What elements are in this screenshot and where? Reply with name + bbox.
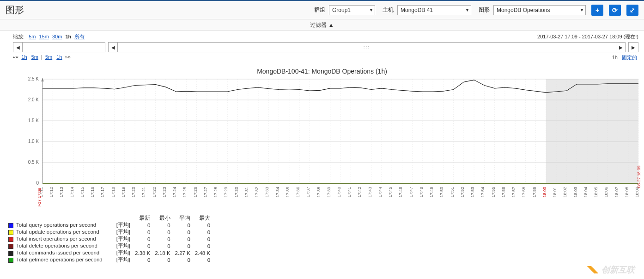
svg-text:17:24: 17:24 [172, 187, 177, 198]
svg-text:17:41: 17:41 [347, 187, 352, 198]
svg-text:18:02: 18:02 [563, 187, 567, 198]
svg-text:17:38: 17:38 [316, 187, 321, 198]
svg-text:17:56: 17:56 [501, 187, 506, 198]
chart-title: MongoDB-100-41: MongoDB Operations (1h) [1, 68, 643, 75]
svg-text:17:27: 17:27 [203, 187, 208, 198]
svg-text:17:20: 17:20 [131, 187, 136, 198]
svg-text:17:59: 17:59 [532, 187, 537, 198]
mini-prev-icon[interactable]: ◀ [13, 43, 23, 52]
svg-text:17:51: 17:51 [450, 187, 455, 198]
svg-text:17:49: 17:49 [429, 187, 434, 198]
svg-text:17:32: 17:32 [255, 187, 259, 198]
svg-text:18:05: 18:05 [594, 187, 598, 198]
legend-table: 最新最小平均最大Total query operations per secon… [8, 215, 215, 263]
host-select[interactable]: MongoDB 41 [397, 5, 471, 15]
svg-text:17:55: 17:55 [491, 187, 496, 198]
svg-text:18:07: 18:07 [614, 187, 619, 198]
svg-text:18:03: 18:03 [573, 187, 578, 198]
svg-text:17:40: 17:40 [337, 187, 341, 198]
svg-text:03-27 17:09: 03-27 17:09 [37, 188, 42, 206]
zoom-所有[interactable]: 所有 [74, 34, 85, 39]
svg-text:17:33: 17:33 [265, 187, 269, 198]
legend-row: Total insert operations per second[平均]00… [8, 236, 215, 242]
svg-text:17:54: 17:54 [480, 187, 485, 198]
svg-text:03-27 18:09: 03-27 18:09 [637, 166, 641, 188]
svg-text:0.5 K: 0.5 K [28, 160, 39, 165]
svg-text:17:53: 17:53 [470, 187, 475, 198]
scroll-next-icon[interactable]: ▶ [616, 43, 625, 52]
zoom-30m[interactable]: 30m [52, 34, 62, 39]
svg-text:17:21: 17:21 [141, 187, 146, 198]
svg-text:17:30: 17:30 [234, 187, 239, 198]
svg-text:18:04: 18:04 [583, 187, 588, 198]
svg-text:17:50: 17:50 [439, 187, 444, 198]
svg-text:1.0 K: 1.0 K [28, 139, 39, 144]
svg-text:17:16: 17:16 [90, 187, 95, 198]
svg-text:17:17: 17:17 [100, 187, 105, 198]
zoom-15m[interactable]: 15m [39, 34, 49, 39]
refresh-button[interactable]: ⟳ [609, 5, 621, 16]
legend-row: Total update operations per second[平均]00… [8, 229, 215, 236]
graph-select[interactable]: MongoDB Operations [493, 5, 586, 15]
svg-text:0: 0 [36, 180, 39, 186]
legend-row: Total delete operations per second[平均]00… [8, 242, 215, 249]
period-fixed: 1h 固定的 [612, 54, 638, 61]
svg-marker-73 [41, 78, 44, 81]
svg-text:17:25: 17:25 [182, 187, 187, 198]
svg-text:17:14: 17:14 [70, 187, 74, 198]
zoom-1h[interactable]: 1h [65, 34, 71, 39]
period-quicklinks: «« 1h 5m | 5m 1h »» [13, 54, 71, 61]
legend-row: Total query operations per second[平均]000… [8, 222, 215, 229]
svg-text:17:18: 17:18 [111, 187, 115, 198]
zoom-links: 缩放: 5m 15m 30m 1h 所有 [13, 33, 85, 40]
svg-text:18:00: 18:00 [542, 187, 547, 198]
svg-text:17:29: 17:29 [224, 187, 228, 198]
timeline-mini[interactable]: ◀ [13, 42, 105, 52]
graph-label: 图形 [479, 6, 490, 14]
svg-text:17:26: 17:26 [193, 187, 198, 198]
page-title: 图形 [6, 4, 24, 16]
svg-text:17:47: 17:47 [409, 187, 413, 198]
zoom-5m[interactable]: 5m [29, 34, 36, 39]
svg-text:2.0 K: 2.0 K [28, 97, 39, 102]
svg-text:17:52: 17:52 [460, 187, 465, 198]
svg-text:17:15: 17:15 [80, 187, 85, 198]
scroll-end-icon[interactable]: ▶ [628, 42, 638, 52]
group-label: 群组 [314, 6, 325, 14]
svg-text:18:01: 18:01 [553, 187, 557, 198]
scroll-prev-icon[interactable]: ◀ [109, 43, 118, 52]
filter-panel: 缩放: 5m 15m 30m 1h 所有 2017-03-27 17:09 - … [0, 31, 644, 63]
svg-text:17:39: 17:39 [327, 187, 331, 198]
svg-text:17:34: 17:34 [275, 187, 280, 198]
svg-text:17:12: 17:12 [49, 187, 54, 198]
group-select[interactable]: Group1 [329, 5, 375, 15]
svg-text:17:43: 17:43 [368, 187, 372, 198]
svg-text:18:09: 18:09 [635, 187, 639, 198]
svg-text:17:44: 17:44 [378, 187, 383, 198]
svg-text:2.5 K: 2.5 K [28, 77, 39, 81]
svg-text:18:06: 18:06 [604, 187, 608, 198]
svg-text:17:45: 17:45 [388, 187, 393, 198]
chart-container: MongoDB-100-41: MongoDB Operations (1h) … [0, 63, 644, 211]
svg-text:17:36: 17:36 [296, 187, 300, 198]
svg-text:18:08: 18:08 [625, 187, 629, 198]
svg-rect-0 [546, 79, 638, 183]
timeline-scroll[interactable]: ◀ ::: ▶ [108, 42, 626, 52]
fullscreen-button[interactable]: ⤢ [626, 5, 638, 16]
svg-text:17:37: 17:37 [306, 187, 310, 198]
chart-svg: 00.5 K1.0 K1.5 K2.0 K2.5 K17:1117:1217:1… [1, 77, 643, 206]
add-button[interactable]: + [591, 5, 603, 16]
svg-text:17:13: 17:13 [59, 187, 64, 198]
svg-text:17:58: 17:58 [522, 187, 526, 198]
legend-row: Total commands issued per second[平均]2.38… [8, 249, 215, 256]
fixed-link[interactable]: 固定的 [622, 55, 637, 60]
legend-row: Total getmore operations per second[平均]0… [8, 256, 215, 263]
time-range: 2017-03-27 17:09 - 2017-03-27 18:09 (现在!… [537, 33, 638, 40]
page-header: 图形 群组 Group1 主机 MongoDB 41 图形 MongoDB Op… [0, 1, 644, 19]
svg-text:17:31: 17:31 [244, 187, 249, 198]
filter-toggle[interactable]: 过滤器 ▲ [0, 19, 644, 31]
svg-text:17:28: 17:28 [213, 187, 218, 198]
svg-text:17:57: 17:57 [511, 187, 516, 198]
svg-text:17:42: 17:42 [357, 187, 362, 198]
svg-text:17:48: 17:48 [419, 187, 424, 198]
